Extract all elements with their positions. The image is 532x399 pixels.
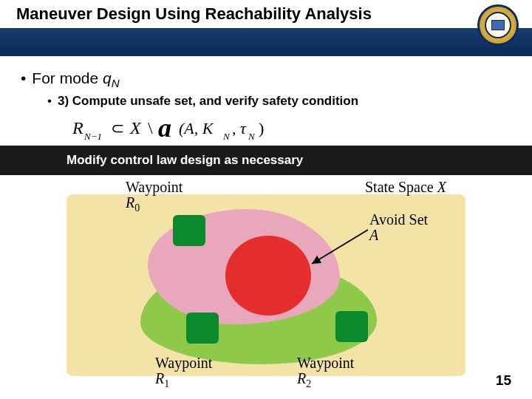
formula-subset: ⊂ (111, 119, 124, 137)
title-bar: Maneuver Design Using Reachability Analy… (0, 0, 532, 56)
bullet-dot-icon: • (21, 69, 26, 86)
page-number: 15 (496, 372, 511, 389)
formula-Rsub: N−1 (83, 131, 102, 142)
label-state-space: State Space X (365, 180, 446, 195)
label-waypoint-1: Waypoint R1 (155, 355, 212, 390)
formula-args: (A, K (179, 119, 214, 137)
formula-X: X (129, 118, 142, 137)
avoid-set-circle (225, 236, 311, 316)
waypoint-2 (335, 311, 368, 342)
bullet1-sub: N (112, 77, 120, 89)
formula-R: R (72, 118, 83, 137)
formula-setminus: \ (148, 118, 153, 137)
bullet2-text: 3) Compute unsafe set, and verify safety… (58, 94, 358, 108)
bullet1-var: q (103, 69, 112, 86)
darkbar-text: Modify control law design as necessary (66, 153, 303, 167)
formula: R N−1 ⊂ X \ a (A, K N , τ N ) (72, 115, 511, 143)
diagram: Waypoint R0 State Space X Avoid SetA Way… (52, 175, 480, 382)
label-waypoint-2: Waypoint R2 (297, 355, 354, 390)
formula-args2: , τ (232, 119, 247, 137)
bullet1-prefix: For mode (32, 69, 103, 86)
bullet-level-1: •For mode qN (21, 69, 511, 89)
label-waypoint-0: Waypoint R0 (126, 180, 183, 214)
bullet-dot-icon: • (47, 94, 52, 108)
formula-a: a (158, 115, 171, 143)
bullet-level-2: •3) Compute unsafe set, and verify safet… (47, 94, 511, 109)
slide-title: Maneuver Design Using Reachability Analy… (16, 4, 372, 24)
formula-argsub2: N (248, 131, 256, 142)
formula-close: ) (259, 119, 264, 137)
formula-argsub: N (222, 131, 231, 142)
waypoint-0 (173, 215, 205, 246)
emphasis-bar: Modify control law design as necessary (0, 146, 532, 175)
label-avoid-set: Avoid SetA (369, 212, 428, 243)
waypoint-1 (186, 313, 219, 344)
slide-content: •For mode qN •3) Compute unsafe set, and… (0, 56, 532, 382)
university-seal-icon (477, 4, 519, 46)
